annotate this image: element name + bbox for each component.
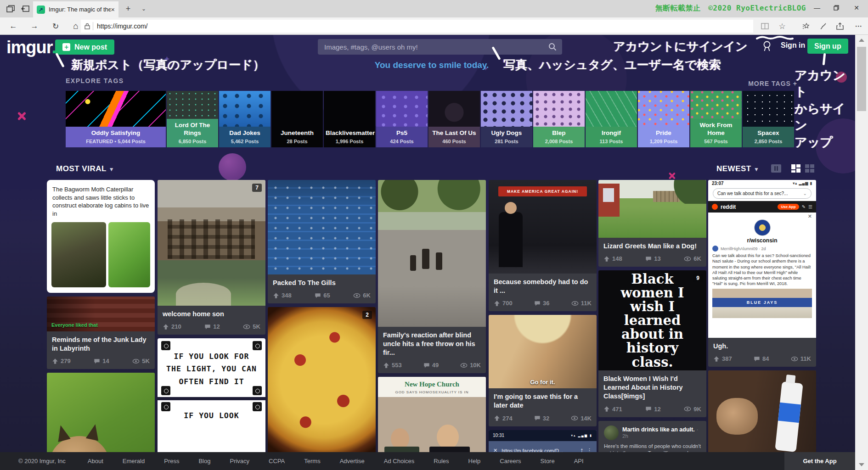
post-card-tweet[interactable]: Martin drinks like an adult.· 2h Here's … <box>598 421 706 453</box>
masonry-layout-icon[interactable] <box>791 164 801 173</box>
tag-card-spacex[interactable]: Spacex2,850 Posts <box>743 91 794 147</box>
upvotes-stat[interactable]: 274 <box>494 415 513 422</box>
search-bar[interactable] <box>318 39 562 55</box>
more-options-icon[interactable]: ⋯ <box>852 20 864 32</box>
comments-stat[interactable]: 12 <box>645 406 660 413</box>
address-bar[interactable]: https://imgur.com/ <box>81 20 753 33</box>
upvotes-stat[interactable]: 210 <box>163 323 181 330</box>
forward-button[interactable]: → <box>28 20 41 32</box>
tab-close-icon[interactable]: × <box>111 6 115 13</box>
annotate-pen-icon[interactable] <box>817 20 829 32</box>
comments-stat[interactable]: 32 <box>534 415 549 422</box>
footer-link-advertise[interactable]: Advertise <box>340 458 365 464</box>
tag-card-irongif[interactable]: Irongif113 Posts <box>586 91 637 147</box>
post-card-spray[interactable] <box>708 370 816 452</box>
scrollbar-thumb[interactable] <box>857 47 866 111</box>
refresh-button[interactable]: ↻ <box>49 20 62 32</box>
sign-up-button[interactable]: Sign up <box>807 39 848 54</box>
back-button[interactable]: ← <box>6 20 20 32</box>
tag-card-lord-of-the-rings[interactable]: Lord Of The Rings6,850 Posts <box>167 91 218 147</box>
tag-card-the-last-of-us[interactable]: The Last Of Us460 Posts <box>428 91 480 147</box>
scroll-up-arrow[interactable] <box>859 39 864 42</box>
comments-stat[interactable]: 49 <box>423 362 439 369</box>
footer-link-press[interactable]: Press <box>164 458 179 464</box>
post-card-reddit[interactable]: 23:07▾▴ ▂▄▆ ▮ Can we talk about this for… <box>708 180 816 367</box>
post-card-pizza[interactable]: 2 <box>268 307 376 452</box>
upvotes-stat[interactable]: 700 <box>494 300 513 307</box>
tag-card-oddly-satisfying[interactable]: Oddly SatisfyingFEATURED • 5,044 Posts <box>66 91 166 147</box>
tab-preview-icon[interactable] <box>5 3 17 14</box>
tag-card-work-from-home[interactable]: Work From Home567 Posts <box>690 91 742 147</box>
footer-link-privacy[interactable]: Privacy <box>230 458 249 464</box>
post-card-light[interactable]: IF YOU LOOK FOR THE LIGHT, YOU CAN OFTEN… <box>158 338 265 452</box>
comments-stat[interactable]: 84 <box>754 355 769 362</box>
new-post-button[interactable]: ＋ New post <box>55 39 114 55</box>
trophy-icon[interactable] <box>761 40 772 54</box>
window-close-button[interactable]: ✕ <box>849 2 864 14</box>
upvotes-stat[interactable]: 387 <box>713 355 732 362</box>
post-card-lizard[interactable]: Lizard Greets Man like a Dog! 148136K <box>598 180 706 267</box>
reading-view-icon[interactable] <box>759 20 771 32</box>
post-card-bagworm[interactable]: The Bagworm Moth Caterpillar collects an… <box>47 180 155 293</box>
tag-card-ugly-dogs[interactable]: Ugly Dogs281 Posts <box>481 91 532 147</box>
comments-stat[interactable]: 14 <box>94 358 109 364</box>
post-card-freethrow[interactable]: Family's reaction after blind uncle hits… <box>378 180 486 373</box>
post-card-gills[interactable]: Packed To The Gills 348656K <box>268 180 376 303</box>
imgur-logo[interactable]: imgur. <box>6 38 56 57</box>
footer-link-store[interactable]: Store <box>541 458 555 464</box>
upvotes-stat[interactable]: 279 <box>52 358 71 364</box>
post-card-blackwomen[interactable]: Black women I wish I learned about in hi… <box>598 270 706 417</box>
footer-link-careers[interactable]: Careers <box>500 458 521 464</box>
footer-link-ad-choices[interactable]: Ad Choices <box>384 458 414 464</box>
upvotes-stat[interactable]: 553 <box>383 362 402 369</box>
footer-link-help[interactable]: Help <box>468 458 481 464</box>
grid-layout-icon[interactable] <box>805 164 815 173</box>
order-dropdown[interactable]: NEWEST ▼ <box>716 164 759 173</box>
footer-link-blog[interactable]: Blog <box>198 458 210 464</box>
footer-link-about[interactable]: About <box>88 458 103 464</box>
post-card-church[interactable]: New Hope Church GOD SAYS HOMOSEXUALITY I… <box>378 377 486 452</box>
post-card-caracal[interactable] <box>47 373 155 452</box>
tag-card-dad-jokes[interactable]: Dad Jokes5,462 Posts <box>219 91 271 147</box>
get-the-app-button[interactable]: Get the App <box>784 452 855 470</box>
upvotes-stat[interactable]: 148 <box>603 255 622 262</box>
tab-list-chevron-icon[interactable]: ⌄ <box>138 3 150 14</box>
footer-link-ccpa[interactable]: CCPA <box>269 458 285 464</box>
post-card-labyrinth[interactable]: Everyone liked that Reminds me of the Ju… <box>47 297 155 369</box>
post-card-fbbar[interactable]: 10:31▾▴ ▂▄▆ ▮ ✕https://m.facebook.com/D.… <box>489 430 597 453</box>
footer-link-api[interactable]: API <box>574 458 584 464</box>
post-card-mansion[interactable]: 7 welcome home son 210125K <box>158 180 265 335</box>
favorites-hub-icon[interactable] <box>800 20 812 32</box>
footer-link-emerald[interactable]: Emerald <box>123 458 145 464</box>
upvotes-stat[interactable]: 348 <box>273 292 292 299</box>
post-card-maga[interactable]: MAKE AMERICA GREAT AGAIN! Because somebo… <box>489 180 597 311</box>
tag-card-ps5[interactable]: Ps5424 Posts <box>376 91 428 147</box>
share-icon[interactable] <box>834 20 846 32</box>
upvotes-stat[interactable]: 471 <box>603 406 622 413</box>
scroll-down-arrow[interactable] <box>859 463 864 466</box>
comments-stat[interactable]: 36 <box>534 300 549 307</box>
more-tags-link[interactable]: MORE TAGS + <box>735 80 797 87</box>
add-favorite-star-icon[interactable]: ☆ <box>776 20 788 32</box>
footer-link-rules[interactable]: Rules <box>434 458 449 464</box>
comments-stat[interactable]: 13 <box>645 255 660 262</box>
comments-stat[interactable]: 65 <box>315 292 330 299</box>
footer-link-terms[interactable]: Terms <box>304 458 320 464</box>
post-card-savelater[interactable]: Go for it. I'm going to save this for a … <box>489 315 597 426</box>
autoplay-view-icon[interactable] <box>771 164 781 173</box>
window-minimize-button[interactable]: — <box>809 2 825 14</box>
tag-card-pride[interactable]: Pride1,209 Posts <box>638 91 689 147</box>
tag-card-juneteenth[interactable]: Juneteenth28 Posts <box>271 91 323 147</box>
sign-in-link[interactable]: Sign in <box>781 41 805 50</box>
search-input[interactable] <box>323 43 548 51</box>
tag-card-blep[interactable]: Blep2,008 Posts <box>533 91 585 147</box>
window-restore-button[interactable] <box>829 2 844 14</box>
new-tab-button[interactable]: + <box>122 3 134 14</box>
browser-tab[interactable]: ↗ Imgur: The magic of the × <box>33 1 118 17</box>
set-tabs-aside-icon[interactable] <box>19 3 31 14</box>
tag-card-blacklivesmatter[interactable]: Blacklivesmatter1,996 Posts <box>324 91 375 147</box>
comments-stat[interactable]: 12 <box>204 323 220 330</box>
search-icon[interactable] <box>548 43 557 51</box>
sort-dropdown[interactable]: MOST VIRAL ▼ <box>56 164 114 173</box>
page-scrollbar[interactable] <box>855 35 868 470</box>
